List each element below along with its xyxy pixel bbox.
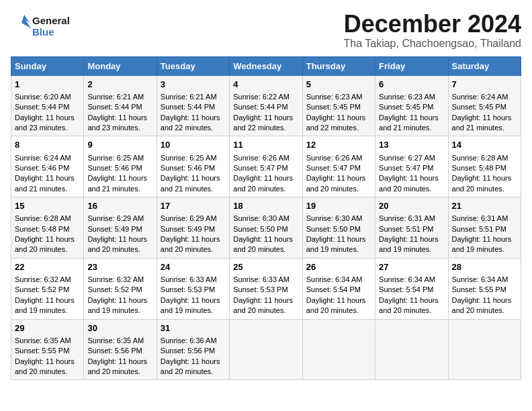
cell-text: and 20 minutes.	[233, 306, 298, 316]
cell-text: and 20 minutes.	[87, 367, 152, 377]
cell-text: Sunset: 5:45 PM	[452, 102, 517, 112]
cell-text: Daylight: 11 hours	[87, 295, 152, 306]
calendar-cell: 27Sunrise: 6:34 AMSunset: 5:54 PMDayligh…	[375, 258, 448, 319]
cell-text: and 21 minutes.	[87, 184, 152, 194]
calendar-cell: 9Sunrise: 6:25 AMSunset: 5:46 PMDaylight…	[84, 136, 157, 197]
day-number: 16	[87, 200, 152, 212]
cell-text: Sunrise: 6:27 AM	[379, 153, 444, 163]
cell-text: and 20 minutes.	[379, 184, 444, 194]
cell-text: Daylight: 11 hours	[306, 113, 371, 123]
cell-text: Daylight: 11 hours	[87, 234, 152, 244]
cell-text: Daylight: 11 hours	[233, 295, 298, 306]
day-number: 22	[15, 261, 80, 273]
calendar-cell: 12Sunrise: 6:26 AMSunset: 5:47 PMDayligh…	[302, 136, 375, 197]
cell-text: and 20 minutes.	[15, 244, 80, 255]
cell-text: Sunrise: 6:29 AM	[161, 214, 226, 224]
calendar-week-row: 22Sunrise: 6:32 AMSunset: 5:52 PMDayligh…	[11, 258, 521, 319]
cell-text: Daylight: 11 hours	[452, 234, 517, 244]
calendar-cell: 25Sunrise: 6:33 AMSunset: 5:53 PMDayligh…	[230, 258, 302, 319]
title-block: December 2024 Tha Takiap, Chachoengsao, …	[344, 11, 521, 50]
calendar-week-row: 8Sunrise: 6:24 AMSunset: 5:46 PMDaylight…	[11, 136, 521, 197]
cell-text: Sunrise: 6:26 AM	[233, 153, 298, 163]
day-number: 2	[87, 79, 152, 91]
cell-text: and 19 minutes.	[161, 306, 226, 316]
cell-text: Sunrise: 6:21 AM	[87, 92, 152, 102]
cell-text: Sunset: 5:46 PM	[87, 163, 152, 173]
cell-text: and 20 minutes.	[87, 244, 152, 255]
day-number: 26	[306, 261, 371, 273]
cell-text: and 21 minutes.	[452, 123, 517, 133]
calendar-header-row: Sunday Monday Tuesday Wednesday Thursday…	[11, 56, 521, 75]
month-title: December 2024	[344, 11, 521, 38]
cell-text: Daylight: 11 hours	[87, 113, 152, 123]
cell-text: and 20 minutes.	[161, 367, 226, 377]
cell-text: Sunrise: 6:23 AM	[306, 92, 371, 102]
calendar-cell: 17Sunrise: 6:29 AMSunset: 5:49 PMDayligh…	[157, 197, 229, 259]
cell-text: Sunrise: 6:35 AM	[87, 336, 152, 346]
calendar-week-row: 29Sunrise: 6:35 AMSunset: 5:55 PMDayligh…	[11, 319, 521, 380]
cell-text: Sunset: 5:47 PM	[306, 163, 371, 173]
cell-text: and 22 minutes.	[233, 123, 298, 133]
calendar-cell: 8Sunrise: 6:24 AMSunset: 5:46 PMDaylight…	[11, 136, 84, 197]
cell-text: Sunset: 5:51 PM	[452, 224, 517, 234]
svg-text:Blue: Blue	[32, 26, 54, 38]
cell-text: Daylight: 11 hours	[15, 295, 80, 306]
calendar-cell	[375, 319, 448, 380]
day-number: 13	[379, 139, 444, 151]
cell-text: and 20 minutes.	[379, 306, 444, 316]
cell-text: Sunrise: 6:34 AM	[452, 275, 517, 285]
cell-text: Sunset: 5:53 PM	[233, 285, 298, 295]
cell-text: Sunset: 5:54 PM	[306, 285, 371, 295]
calendar-cell: 1Sunrise: 6:20 AMSunset: 5:44 PMDaylight…	[11, 75, 84, 136]
day-number: 17	[161, 200, 226, 212]
cell-text: Sunset: 5:44 PM	[15, 102, 80, 112]
cell-text: Sunrise: 6:33 AM	[161, 275, 226, 285]
cell-text: and 23 minutes.	[87, 123, 152, 133]
cell-text: Daylight: 11 hours	[15, 113, 80, 123]
cell-text: Sunrise: 6:33 AM	[233, 275, 298, 285]
cell-text: Sunrise: 6:26 AM	[306, 153, 371, 163]
cell-text: and 22 minutes.	[306, 123, 371, 133]
day-number: 23	[87, 261, 152, 273]
cell-text: Sunrise: 6:34 AM	[306, 275, 371, 285]
calendar-cell: 28Sunrise: 6:34 AMSunset: 5:55 PMDayligh…	[448, 258, 521, 319]
calendar-cell: 26Sunrise: 6:34 AMSunset: 5:54 PMDayligh…	[302, 258, 375, 319]
calendar-cell: 14Sunrise: 6:28 AMSunset: 5:48 PMDayligh…	[448, 136, 521, 197]
cell-text: and 21 minutes.	[161, 184, 226, 194]
day-number: 31	[161, 322, 226, 334]
cell-text: Daylight: 11 hours	[233, 173, 298, 183]
calendar-cell: 30Sunrise: 6:35 AMSunset: 5:56 PMDayligh…	[84, 319, 157, 380]
cell-text: Sunrise: 6:36 AM	[161, 336, 226, 346]
cell-text: Sunrise: 6:30 AM	[306, 214, 371, 224]
cell-text: Sunset: 5:52 PM	[15, 285, 80, 295]
cell-text: Daylight: 11 hours	[452, 113, 517, 123]
calendar-cell: 24Sunrise: 6:33 AMSunset: 5:53 PMDayligh…	[157, 258, 229, 319]
calendar-cell: 31Sunrise: 6:36 AMSunset: 5:56 PMDayligh…	[157, 319, 229, 380]
cell-text: Sunset: 5:49 PM	[161, 224, 226, 234]
cell-text: Daylight: 11 hours	[15, 234, 80, 244]
col-sunday: Sunday	[11, 56, 84, 75]
cell-text: and 20 minutes.	[15, 367, 80, 377]
cell-text: Sunset: 5:45 PM	[306, 102, 371, 112]
cell-text: Sunset: 5:52 PM	[87, 285, 152, 295]
day-number: 18	[233, 200, 298, 212]
calendar-cell: 23Sunrise: 6:32 AMSunset: 5:52 PMDayligh…	[84, 258, 157, 319]
calendar-cell: 15Sunrise: 6:28 AMSunset: 5:48 PMDayligh…	[11, 197, 84, 259]
calendar-cell: 11Sunrise: 6:26 AMSunset: 5:47 PMDayligh…	[230, 136, 302, 197]
calendar-cell: 16Sunrise: 6:29 AMSunset: 5:49 PMDayligh…	[84, 197, 157, 259]
cell-text: Daylight: 11 hours	[379, 295, 444, 306]
cell-text: and 20 minutes.	[233, 184, 298, 194]
cell-text: Daylight: 11 hours	[15, 173, 80, 183]
cell-text: Daylight: 11 hours	[87, 173, 152, 183]
location-subtitle: Tha Takiap, Chachoengsao, Thailand	[344, 38, 521, 50]
col-wednesday: Wednesday	[230, 56, 302, 75]
day-number: 24	[161, 261, 226, 273]
svg-rect-3	[11, 15, 21, 36]
col-monday: Monday	[84, 56, 157, 75]
cell-text: Sunrise: 6:20 AM	[15, 92, 80, 102]
calendar-cell: 5Sunrise: 6:23 AMSunset: 5:45 PMDaylight…	[302, 75, 375, 136]
cell-text: Sunset: 5:44 PM	[161, 102, 226, 112]
cell-text: Daylight: 11 hours	[161, 234, 226, 244]
cell-text: Daylight: 11 hours	[306, 173, 371, 183]
cell-text: Sunrise: 6:24 AM	[452, 92, 517, 102]
